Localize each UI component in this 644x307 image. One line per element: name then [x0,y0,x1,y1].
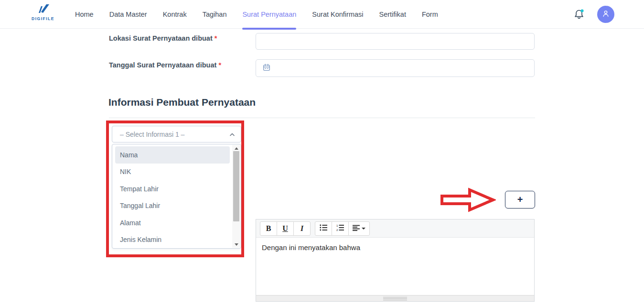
tanggal-date-input[interactable] [256,59,535,77]
page: DIGIFILE Home Data Master Kontrak Tagiha… [0,0,644,307]
tanggal-field-label: Tanggal Surat Pernyataan dibuat * [109,61,221,69]
editor-resize-bar[interactable] [256,295,534,301]
digifile-logo-text: DIGIFILE [28,16,58,21]
pernyataan-editor: B U I [256,219,535,302]
option-tempat-lahir[interactable]: Tempat Lahir [115,180,230,197]
informasi-dropdown-panel: Nama NIK Tempat Lahir Tanggal Lahir Alam… [112,144,241,249]
main-nav: Home Data Master Kontrak Tagihan Surat P… [75,0,438,29]
dropdown-scrollbar[interactable] [232,145,240,248]
scrollbar-thumb[interactable] [233,151,239,221]
nav-item-sertifikat[interactable]: Sertifikat [379,0,406,29]
informasi-option-list: Nama NIK Tempat Lahir Tanggal Lahir Alam… [115,146,230,246]
scrollbar-down-arrow[interactable] [232,241,240,248]
numbered-list-icon: 1 2 [336,224,344,233]
option-tanggal-lahir[interactable]: Tanggal Lahir [115,197,230,215]
underline-button[interactable]: U [277,221,294,236]
informasi-select[interactable]: – Select Informasi 1 – [112,126,241,143]
option-alamat[interactable]: Alamat [115,214,230,231]
notification-badge-dot [580,9,583,12]
lokasi-input[interactable] [256,33,535,50]
nav-item-data-master[interactable]: Data Master [109,0,147,29]
nav-item-home[interactable]: Home [75,0,94,29]
list-button-group: 1 2 [315,221,370,236]
nav-item-kontrak[interactable]: Kontrak [163,0,187,29]
required-asterisk: * [218,61,221,69]
nav-item-form[interactable]: Form [422,0,438,29]
notification-bell-icon[interactable] [573,8,585,21]
nav-item-surat-konfirmasi[interactable]: Surat Konfirmasi [312,0,363,29]
bold-button[interactable]: B [260,221,277,236]
section-divider [109,118,535,118]
resize-grip-icon [383,297,407,300]
nav-item-tagihan[interactable]: Tagihan [203,0,227,29]
user-person-icon [601,9,611,20]
scrollbar-up-arrow[interactable] [232,145,240,152]
align-left-icon [353,224,360,233]
chevron-up-icon [229,130,235,139]
svg-text:2: 2 [336,228,338,230]
red-arrow-annotation [440,187,496,212]
top-navbar: DIGIFILE Home Data Master Kontrak Tagiha… [0,0,644,29]
text-style-button-group: B U I [260,221,311,236]
editor-content-area[interactable]: Dengan ini menyatakan bahwa [256,238,534,295]
section-title: Informasi Pembuat Pernyataan [108,97,256,108]
digifile-logo[interactable]: DIGIFILE [28,3,58,25]
caret-down-icon [362,228,365,230]
svg-text:1: 1 [336,224,338,227]
option-nama[interactable]: Nama [115,146,230,164]
digifile-logo-icon [28,3,58,16]
calendar-icon [262,63,271,74]
unordered-list-button[interactable] [315,221,332,236]
nav-item-surat-pernyataan[interactable]: Surat Pernyataan [242,0,296,29]
align-dropdown-button[interactable] [348,221,370,236]
option-jenis-kelamin[interactable]: Jenis Kelamin [115,231,230,249]
lokasi-field-label: Lokasi Surat Pernyataan dibuat * [109,34,217,42]
add-informasi-button[interactable]: + [505,191,535,208]
user-avatar[interactable] [597,6,614,23]
bullet-list-icon [320,224,328,233]
informasi-select-value: – Select Informasi 1 – [120,131,229,138]
ordered-list-button[interactable]: 1 2 [332,221,349,236]
required-asterisk: * [215,34,217,42]
italic-button[interactable]: I [293,221,311,236]
editor-toolbar: B U I [256,219,534,238]
option-nik[interactable]: NIK [115,164,230,181]
